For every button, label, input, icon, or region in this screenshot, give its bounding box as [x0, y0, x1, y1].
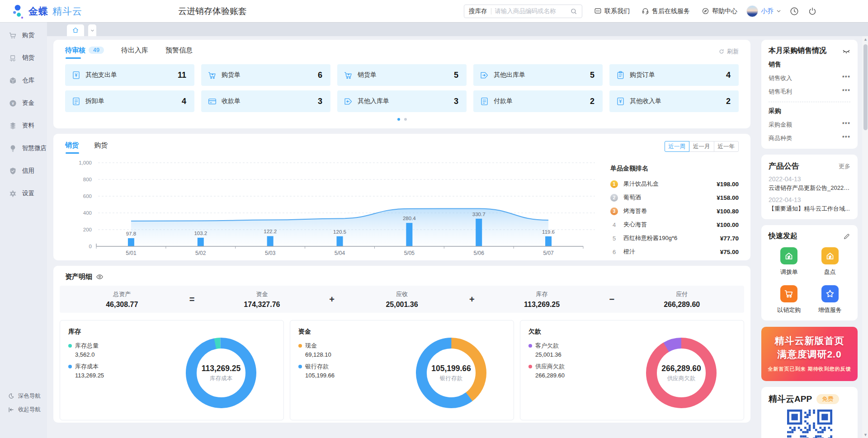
refresh-button[interactable]: 刷新: [718, 46, 739, 56]
receivable-amount: 应收25,001.36: [340, 290, 464, 309]
dark-nav-toggle[interactable]: 深色导航: [0, 389, 47, 403]
svg-text:800: 800: [83, 177, 92, 182]
sidebar-item-settings[interactable]: 设置: [0, 182, 47, 205]
search-scope-selector[interactable]: 搜库存: [469, 7, 487, 15]
time-range-group: 近一周 近一月 近一年: [665, 141, 739, 152]
sales-group-heading: 销售: [769, 61, 850, 69]
todo-card-other-outbound[interactable]: 其他出库单5: [473, 64, 603, 86]
help-center-link[interactable]: 帮助中心: [702, 7, 737, 15]
brand-logo[interactable]: 金蝶 精斗云: [13, 4, 82, 19]
tab-sales[interactable]: 销货: [65, 141, 79, 154]
after-sales-service-link[interactable]: 售后在线服务: [642, 7, 690, 15]
todo-card-sales-order[interactable]: 销货单5: [337, 64, 467, 86]
sidebar-item-funds[interactable]: ¥ 资金: [0, 92, 47, 114]
ranking-row[interactable]: 1果汁饮品礼盒¥198.00: [610, 177, 739, 191]
sidebar-item-smart-store[interactable]: 智慧微店: [0, 137, 47, 160]
search-icon[interactable]: [570, 8, 577, 15]
more-link[interactable]: 更多: [839, 162, 850, 170]
svg-text:5/01: 5/01: [126, 250, 137, 256]
assets-title: 资产明细: [65, 273, 92, 281]
todo-card-other-expense[interactable]: 其他支出单11: [65, 64, 194, 86]
todo-card-payment[interactable]: 付款单2: [473, 90, 603, 112]
tag-out-icon: [480, 71, 489, 80]
cart-icon: [783, 288, 794, 299]
assets-panel: 资产明细 总资产46,308.77 = 资金174,327.76 + 应收25,…: [53, 266, 750, 423]
quick-action-transfer[interactable]: 调拨单: [780, 247, 798, 276]
survey-banner[interactable]: 精斗云新版首页 满意度调研2.0 全新首页已到来 期待收到您的反馈: [761, 327, 858, 381]
svg-text:119.6: 119.6: [542, 229, 555, 235]
gold-medal-icon: 1: [610, 180, 618, 188]
funds-donut-chart: 105,199.66银行存款: [410, 331, 493, 414]
announcement-item[interactable]: 2022-04-13 云进销存产品更新公告_20220...: [769, 175, 850, 192]
tab-pending-inout[interactable]: 待出入库: [121, 46, 148, 59]
todo-card-purchase-po[interactable]: 购货订单4: [609, 64, 739, 86]
scrollbar-thumb[interactable]: [863, 44, 868, 130]
rank-number: 6: [610, 249, 618, 255]
svg-text:120.5: 120.5: [333, 229, 346, 235]
chevron-down-icon: [90, 28, 94, 33]
ranking-row[interactable]: 2葡萄酒¥158.00: [610, 191, 739, 204]
stat-row: 商品种类***: [769, 134, 850, 142]
collapse-nav-button[interactable]: 收起导航: [0, 403, 47, 416]
ranking-row[interactable]: 5西红柿意粉酱190g*6¥77.70: [610, 231, 739, 245]
search-input[interactable]: [495, 8, 567, 14]
compass-icon: [702, 7, 709, 15]
app-title: 精斗云APP: [769, 393, 812, 405]
star-icon: [825, 288, 835, 299]
ranking-row[interactable]: 3烤海苔卷¥100.80: [610, 204, 739, 218]
tab-warning-info[interactable]: 预警信息: [165, 46, 193, 59]
brand-name-part2: 精斗云: [52, 5, 82, 18]
pending-audit-badge: 49: [89, 47, 104, 54]
user-name: 小乔: [761, 7, 774, 15]
yen-coin-icon: ¥: [9, 99, 17, 108]
user-menu[interactable]: 小乔: [746, 5, 781, 17]
home-tab[interactable]: [67, 24, 84, 36]
vertical-scrollbar[interactable]: ▲ ▼: [862, 36, 868, 438]
ranking-row[interactable]: 6橙汁¥75.00: [610, 245, 739, 259]
sidebar-item-data[interactable]: 资料: [0, 114, 47, 137]
quick-action-sell-to-buy[interactable]: 以销定购: [777, 285, 801, 314]
total-assets: 总资产46,308.77: [60, 290, 184, 309]
cart-icon: [9, 31, 17, 40]
avatar: [746, 5, 758, 17]
tab-purchase[interactable]: 购货: [94, 141, 108, 154]
sidebar-item-credit[interactable]: 信用: [0, 160, 47, 182]
ranking-row[interactable]: 4夹心海苔¥100.00: [610, 218, 739, 231]
eye-closed-icon[interactable]: [842, 47, 850, 55]
help-center-label: 帮助中心: [712, 7, 737, 15]
sidebar-item-label: 仓库: [22, 76, 34, 85]
pagination-dot-2[interactable]: [404, 118, 407, 121]
history-icon[interactable]: [789, 6, 799, 16]
svg-text:97.8: 97.8: [126, 231, 136, 236]
scroll-up-arrow[interactable]: ▲: [863, 36, 868, 42]
range-month-button[interactable]: 近一月: [689, 141, 714, 152]
tab-pending-audit[interactable]: 待审核49: [65, 46, 104, 59]
announcement-item[interactable]: 2022-04-13 【重要通知】精斗云工作台域...: [769, 196, 850, 213]
pagination-dot-1[interactable]: [397, 118, 400, 121]
tab-list-dropdown[interactable]: [88, 24, 96, 36]
todo-card-other-inbound[interactable]: 其他入库单3: [337, 90, 467, 112]
todo-card-disassembly[interactable]: 拆卸单4: [65, 90, 194, 112]
pencil-icon[interactable]: [843, 233, 850, 240]
range-week-button[interactable]: 近一周: [665, 141, 690, 152]
quick-action-stocktake[interactable]: 盘点: [821, 247, 839, 276]
search-box[interactable]: 搜库存: [464, 5, 582, 18]
quick-action-value-added[interactable]: 增值服务: [818, 285, 842, 314]
sidebar-item-label: 资料: [22, 122, 34, 130]
sidebar-item-label: 信用: [22, 167, 34, 175]
todo-card-purchase-order[interactable]: 购货单6: [201, 64, 330, 86]
doc-icon: [71, 97, 81, 106]
contact-us-link[interactable]: 联系我们: [594, 7, 630, 15]
scroll-down-arrow[interactable]: ▼: [863, 432, 868, 438]
app-panel: 精斗云APP 免费: [761, 387, 858, 438]
power-icon[interactable]: [807, 6, 817, 16]
eye-icon[interactable]: [96, 273, 104, 281]
sidebar-item-warehouse[interactable]: 仓库: [0, 69, 47, 92]
todo-card-other-income[interactable]: 其他收入单2: [609, 90, 739, 112]
warehouse-box-icon: [9, 76, 17, 85]
range-year-button[interactable]: 近一年: [714, 141, 739, 152]
todo-card-receipt[interactable]: 收款单3: [201, 90, 330, 112]
sidebar-item-sales[interactable]: 销货: [0, 47, 47, 69]
svg-text:400: 400: [83, 210, 92, 216]
sidebar-item-purchase[interactable]: 购货: [0, 24, 47, 47]
